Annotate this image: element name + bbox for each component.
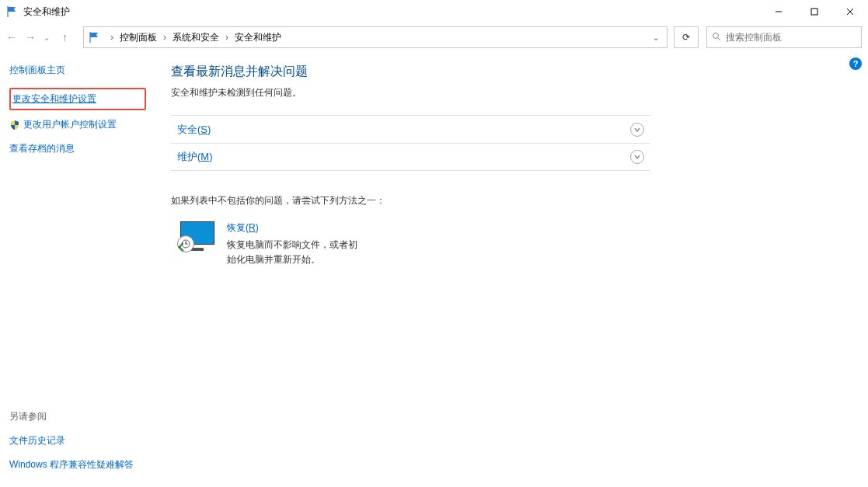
chevron-down-icon: [630, 150, 644, 164]
sidebar-compat-troubleshoot-link[interactable]: Windows 程序兼容性疑难解答: [9, 458, 146, 471]
sidebar-uac-link[interactable]: 更改用户帐户控制设置: [9, 118, 146, 131]
main-content: 查看最新消息并解决问题 安全和维护未检测到任何问题。 安全(S) 维护(M) 如…: [155, 51, 868, 487]
refresh-button[interactable]: ⟳: [674, 26, 699, 48]
sidebar-home-link[interactable]: 控制面板主页: [9, 64, 146, 77]
recovery-description: 恢复电脑而不影响文件，或者初始化电脑并重新开始。: [227, 238, 359, 267]
history-dropdown-icon[interactable]: ⌄: [44, 33, 50, 42]
maximize-button[interactable]: [797, 0, 832, 23]
sidebar-file-history-link[interactable]: 文件历史记录: [9, 434, 146, 447]
page-subtext: 安全和维护未检测到任何问题。: [171, 86, 650, 99]
nav-arrows: ← → ⌄ ↑: [6, 31, 80, 43]
forward-button[interactable]: →: [25, 31, 36, 43]
sidebar-change-settings-link[interactable]: 更改安全和维护设置: [9, 88, 146, 110]
expander-security-label: 安全(S): [177, 123, 211, 137]
expander-maintenance-label: 维护(M): [177, 150, 213, 164]
window-title: 安全和维护: [23, 5, 70, 19]
shield-icon: [9, 120, 20, 130]
chevron-down-icon[interactable]: ⌄: [650, 33, 662, 42]
sidebar-archived-link[interactable]: 查看存档的消息: [9, 142, 146, 155]
refresh-icon: ⟳: [682, 32, 690, 43]
expander-security[interactable]: 安全(S): [171, 115, 650, 143]
back-button[interactable]: ←: [6, 31, 17, 43]
sidebar-see-also-heading: 另请参阅: [9, 410, 146, 423]
address-bar[interactable]: › 控制面板 › 系统和安全 › 安全和维护 ⌄: [83, 26, 668, 48]
breadcrumb-sep: ›: [222, 32, 232, 43]
svg-rect-1: [811, 9, 817, 15]
recovery-link[interactable]: 恢复(R): [227, 221, 359, 235]
svg-point-4: [713, 33, 719, 38]
search-input[interactable]: [726, 32, 856, 43]
breadcrumb-item-2[interactable]: 安全和维护: [235, 31, 281, 44]
up-button[interactable]: ↑: [62, 31, 68, 43]
navigation-bar: ← → ⌄ ↑ › 控制面板 › 系统和安全 › 安全和维护 ⌄ ⟳: [0, 23, 868, 51]
chevron-down-icon: [630, 123, 644, 137]
search-icon: [712, 32, 721, 43]
breadcrumb-item-0[interactable]: 控制面板: [120, 31, 157, 44]
breadcrumb-item-1[interactable]: 系统和安全: [173, 31, 219, 44]
flag-icon: [89, 31, 101, 43]
close-button[interactable]: [832, 0, 868, 23]
troubleshoot-note: 如果列表中不包括你的问题，请尝试下列方法之一：: [171, 194, 650, 207]
search-box[interactable]: [706, 26, 862, 48]
recovery-icon: [177, 221, 214, 252]
svg-line-5: [718, 38, 720, 40]
sidebar-uac-label: 更改用户帐户控制设置: [23, 118, 117, 131]
page-heading: 查看最新消息并解决问题: [171, 64, 650, 80]
flag-icon: [6, 5, 19, 18]
breadcrumb-sep: ›: [160, 32, 169, 43]
recovery-section: 恢复(R) 恢复电脑而不影响文件，或者初始化电脑并重新开始。: [171, 221, 650, 267]
sidebar: 控制面板主页 更改安全和维护设置 更改用户帐户控制设置 查看存档的消息 另请参阅…: [0, 51, 155, 487]
window-controls: [761, 0, 868, 23]
minimize-button[interactable]: [761, 0, 797, 23]
expander-maintenance[interactable]: 维护(M): [171, 143, 650, 171]
title-bar: 安全和维护: [0, 0, 868, 23]
breadcrumb-sep: ›: [107, 32, 117, 43]
